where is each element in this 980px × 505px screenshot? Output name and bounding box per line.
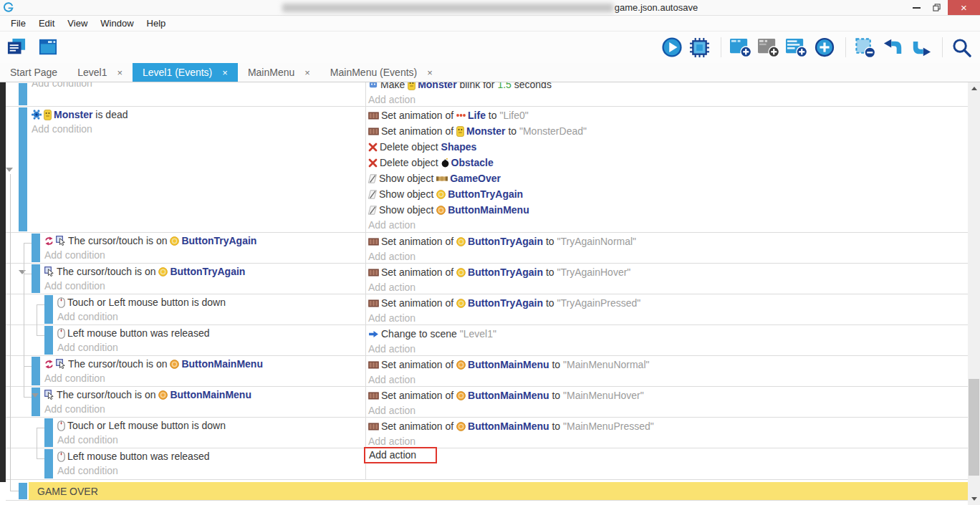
start-page-button[interactable] bbox=[37, 36, 60, 59]
condition-line[interactable]: Left mouse button was released bbox=[57, 325, 365, 340]
animation-icon bbox=[368, 269, 379, 276]
add-action-button-highlighted[interactable]: Add action bbox=[364, 447, 437, 463]
event-row: Touch or Left mouse button is downAdd co… bbox=[6, 294, 968, 325]
event-row: Touch or Left mouse button is downAdd co… bbox=[6, 418, 968, 448]
monster-icon bbox=[408, 82, 415, 90]
play-button[interactable] bbox=[661, 36, 684, 59]
add-condition-button[interactable]: Add condition bbox=[57, 463, 365, 478]
tab-close-icon[interactable]: × bbox=[222, 67, 228, 78]
close-button[interactable]: × bbox=[948, 0, 980, 15]
undo-button[interactable] bbox=[883, 36, 905, 59]
titlebar-redacted-text bbox=[282, 4, 613, 12]
add-action-button[interactable]: Add action bbox=[368, 279, 968, 295]
tree-line bbox=[37, 335, 44, 336]
action-line[interactable]: Set animation of Life to "Life0" bbox=[368, 107, 968, 122]
add-action-button[interactable]: Add action bbox=[368, 403, 968, 418]
tab-level1-events[interactable]: Level1 (Events)× bbox=[133, 63, 238, 82]
action-line[interactable]: Make Monster blink for 1.5 seconds bbox=[368, 82, 968, 92]
menu-view[interactable]: View bbox=[61, 18, 94, 29]
add-action-button[interactable]: Add action bbox=[368, 249, 968, 264]
action-line[interactable]: Set animation of ButtonMainMenu to "Main… bbox=[368, 356, 968, 372]
tab-label: MainMenu (Events) bbox=[330, 67, 417, 78]
tab-close-icon[interactable]: × bbox=[304, 67, 310, 78]
add-condition-button[interactable]: Add condition bbox=[32, 82, 365, 91]
collapse-arrow-icon[interactable] bbox=[6, 168, 13, 172]
condition-line[interactable]: The cursor/touch is on ButtonMainMenu bbox=[44, 387, 365, 402]
action-line[interactable]: Set animation of Monster to "MonsterDead… bbox=[368, 122, 968, 138]
tab-close-icon[interactable]: × bbox=[117, 67, 123, 78]
debug-button[interactable] bbox=[689, 36, 712, 59]
condition-line[interactable]: Touch or Left mouse button is down bbox=[57, 294, 365, 309]
minimize-button[interactable] bbox=[906, 0, 927, 15]
undo-icon bbox=[883, 39, 903, 57]
condition-line[interactable]: Left mouse button was released bbox=[57, 448, 365, 463]
menu-window[interactable]: Window bbox=[94, 18, 140, 29]
vertical-scrollbar[interactable] bbox=[968, 82, 980, 505]
comment-row[interactable]: GAME OVER bbox=[6, 482, 968, 501]
add-action-button[interactable]: Add action bbox=[368, 372, 968, 388]
gameover-icon bbox=[436, 175, 448, 182]
action-line[interactable]: Delete object Shapes bbox=[368, 138, 968, 154]
add-condition-button[interactable]: Add condition bbox=[57, 433, 365, 448]
condition-line[interactable]: The cursor/touch is on ButtonTryAgain bbox=[44, 233, 365, 248]
action-line[interactable]: Delete object Obstacle bbox=[368, 154, 968, 170]
add-external-events-button[interactable] bbox=[758, 36, 781, 59]
menu-help[interactable]: Help bbox=[140, 18, 173, 29]
event-indent-bar bbox=[19, 107, 27, 231]
tab-close-icon[interactable]: × bbox=[427, 67, 433, 78]
add-action-button[interactable]: Add action bbox=[368, 217, 968, 233]
tab-mainmenu-events[interactable]: MainMenu (Events)× bbox=[320, 63, 443, 82]
action-line[interactable]: Set animation of ButtonMainMenu to "Main… bbox=[368, 418, 968, 433]
condition-line[interactable]: Touch or Left mouse button is down bbox=[57, 418, 365, 433]
action-line[interactable]: Set animation of ButtonMainMenu to "Main… bbox=[368, 387, 968, 403]
tab-start-page[interactable]: Start Page bbox=[0, 63, 67, 82]
add-action-button[interactable]: Add action bbox=[368, 341, 968, 357]
add-extension-button[interactable] bbox=[814, 36, 837, 59]
comment-text[interactable]: GAME OVER bbox=[29, 482, 968, 500]
deselect-instances-button[interactable] bbox=[855, 36, 878, 59]
delete-icon bbox=[368, 158, 378, 168]
add-condition-button[interactable]: Add condition bbox=[44, 248, 365, 263]
add-condition-button[interactable]: Add condition bbox=[57, 340, 365, 355]
btn-yellow-icon bbox=[436, 190, 446, 199]
scroll-down-button[interactable] bbox=[968, 493, 980, 505]
add-action-button[interactable]: Add action bbox=[368, 310, 968, 326]
actions-column: Set animation of ButtonMainMenu to "Main… bbox=[366, 387, 968, 417]
scroll-up-button[interactable] bbox=[968, 82, 980, 95]
add-condition-button[interactable]: Add condition bbox=[44, 279, 365, 294]
action-line[interactable]: Set animation of ButtonTryAgain to "TryA… bbox=[368, 264, 968, 279]
add-action-button[interactable]: Add action bbox=[368, 92, 968, 106]
add-condition-button[interactable]: Add condition bbox=[44, 402, 365, 417]
menu-file[interactable]: File bbox=[4, 18, 32, 29]
tab-level1[interactable]: Level1× bbox=[67, 63, 133, 82]
action-line[interactable]: Change to scene "Level1" bbox=[368, 325, 968, 341]
add-condition-button[interactable]: Add condition bbox=[32, 122, 365, 137]
collapse-arrow-icon[interactable] bbox=[32, 393, 39, 398]
events-sheet: Add conditionMake Monster blink for 1.5 … bbox=[0, 82, 980, 505]
add-scene-button[interactable] bbox=[730, 36, 753, 59]
tree-line bbox=[37, 458, 44, 459]
condition-line[interactable]: The cursor/touch is on ButtonMainMenu bbox=[44, 356, 365, 371]
project-manager-button[interactable] bbox=[6, 36, 29, 59]
redo-button[interactable] bbox=[911, 36, 933, 59]
add-condition-button[interactable]: Add condition bbox=[57, 309, 365, 324]
action-line[interactable]: Show object GameOver bbox=[368, 170, 968, 186]
add-condition-button[interactable]: Add condition bbox=[44, 371, 365, 386]
toolbar-separator bbox=[942, 37, 943, 57]
add-action-button[interactable]: Add action bbox=[368, 433, 968, 449]
condition-line[interactable]: The cursor/touch is on ButtonTryAgain bbox=[44, 264, 365, 279]
restore-button[interactable] bbox=[927, 0, 948, 15]
menu-edit[interactable]: Edit bbox=[32, 18, 61, 29]
search-button[interactable] bbox=[951, 36, 974, 59]
condition-line[interactable]: Monster is dead bbox=[32, 107, 365, 122]
action-line[interactable]: Set animation of ButtonTryAgain to "TryA… bbox=[368, 233, 968, 249]
action-line[interactable]: Set animation of ButtonTryAgain to "TryA… bbox=[368, 294, 968, 310]
add-external-layout-button[interactable] bbox=[786, 36, 809, 59]
scrollbar-thumb[interactable] bbox=[969, 379, 979, 476]
delete-icon bbox=[368, 143, 378, 152]
window-title: game.json.autosave bbox=[615, 2, 698, 13]
action-line[interactable]: Show object ButtonMainMenu bbox=[368, 201, 968, 217]
action-line[interactable]: Show object ButtonTryAgain bbox=[368, 186, 968, 201]
tab-mainmenu[interactable]: MainMenu× bbox=[238, 63, 320, 82]
cursor-icon bbox=[44, 390, 54, 400]
